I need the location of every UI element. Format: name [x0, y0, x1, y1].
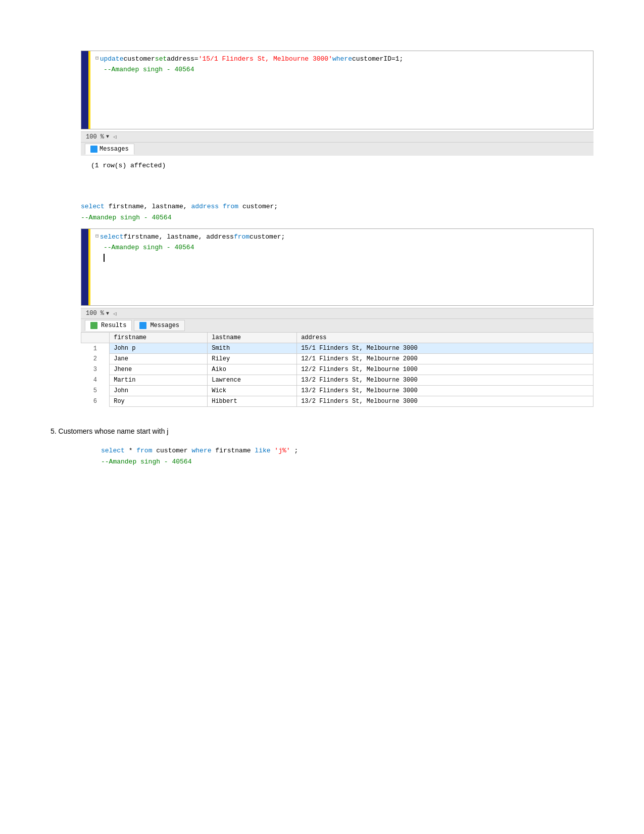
plain-text-4: customerID=1; — [352, 54, 403, 65]
cell-firstname: John p — [110, 343, 208, 354]
standalone-keyword-select: select — [81, 203, 105, 210]
table-row: 4MartinLawrence13/2 Flinders St, Melbour… — [81, 375, 593, 386]
editor-content-2: ⊟ select firstname, lastname, address fr… — [90, 229, 593, 306]
zoom-bar-2: 100 % ▼ ◁ Results Messages firstname — [81, 308, 593, 407]
tab-results-2[interactable]: Results — [85, 320, 132, 331]
comment-1: --Amandep singh - 40564 — [104, 65, 194, 75]
keyword-update: update — [100, 54, 124, 65]
editor-cursor-line — [95, 253, 588, 262]
standalone-keyword-address: address — [191, 203, 219, 210]
tab-results-label-2: Results — [101, 322, 126, 329]
cell-firstname: Jane — [110, 354, 208, 364]
cell-firstname: John — [110, 386, 208, 396]
standalone-plain-1: firstname, lastname, — [109, 203, 191, 210]
table-header-row: firstname lastname address — [81, 333, 593, 343]
col-header-num — [81, 333, 110, 343]
cell-lastname: Smith — [208, 343, 297, 354]
cell-firstname: Martin — [110, 375, 208, 386]
s3-plain-1: * — [129, 447, 137, 454]
s3-string-val: 'j%' — [274, 447, 290, 454]
cell-address: 13/2 Flinders St, Melbourne 3000 — [297, 386, 593, 396]
row-num-cell: 6 — [81, 396, 110, 407]
editor-keyword-from-2: from — [234, 232, 250, 243]
editor-comment-2: --Amandep singh - 40564 — [104, 243, 194, 253]
editor-keyword-select-2: select — [100, 232, 124, 243]
editor-plain-2a: firstname, lastname, address — [123, 232, 233, 243]
sql-standalone-2: select firstname, lastname, address from… — [81, 201, 593, 223]
results-area-2: firstname lastname address 1John pSmith1… — [81, 332, 593, 407]
s3-keyword-where: where — [191, 447, 211, 454]
editor-line-2: --Amandep singh - 40564 — [95, 65, 588, 75]
cell-firstname: Roy — [110, 396, 208, 407]
tab-messages-label-1: Messages — [100, 146, 129, 153]
tab-messages-label-2: Messages — [150, 322, 179, 329]
tabs-bar-1: Messages — [81, 142, 593, 156]
editor-panel-1: ⊟ update customer set address= '15/1 Fli… — [81, 51, 593, 129]
row-num-cell: 1 — [81, 343, 110, 354]
s3-plain-5: ; — [294, 447, 298, 454]
editor-line-2a: ⊟ select firstname, lastname, address fr… — [95, 232, 588, 243]
messages-icon-2 — [139, 322, 146, 329]
s3-keyword-select: select — [101, 447, 125, 454]
plain-text-1: customer — [123, 54, 155, 65]
cell-lastname: Wick — [208, 386, 297, 396]
cell-lastname: Lawrence — [208, 375, 297, 386]
zoom-dropdown-1[interactable]: ▼ — [106, 134, 109, 140]
keyword-where-1: where — [332, 54, 352, 65]
s3-keyword-from: from — [136, 447, 152, 454]
s3-plain-2: customer — [156, 447, 191, 454]
table-row: 5JohnWick13/2 Flinders St, Melbourne 300… — [81, 386, 593, 396]
editor-line-2b: --Amandep singh - 40564 — [95, 243, 588, 253]
s3-comment: --Amandep singh - 40564 — [101, 458, 191, 466]
editor-panel-2: ⊟ select firstname, lastname, address fr… — [81, 228, 593, 306]
table-row: 3JheneAiko12/2 Flinders St, Melbourne 10… — [81, 364, 593, 375]
messages-icon-1 — [90, 146, 97, 153]
s3-plain-3: firstname — [215, 447, 255, 454]
tabs-bar-2: Results Messages — [81, 318, 593, 332]
editor-plain-2b: customer; — [250, 232, 285, 243]
section-heading-5: 5. Customers whose name start with j — [51, 427, 624, 435]
message-text-1: (1 row(s) affected) — [91, 162, 166, 169]
cell-address: 13/2 Flinders St, Melbourne 3000 — [297, 396, 593, 407]
cell-lastname: Riley — [208, 354, 297, 364]
editor-line-1: ⊟ update customer set address= '15/1 Fli… — [95, 54, 588, 65]
message-area-1: (1 row(s) affected) — [81, 156, 593, 186]
dark-gutter-bar — [81, 51, 88, 129]
cell-address: 13/2 Flinders St, Melbourne 3000 — [297, 375, 593, 386]
standalone-keyword-from: from — [223, 203, 238, 210]
row-num-cell: 5 — [81, 386, 110, 396]
zoom-extra-1: ◁ — [113, 133, 117, 140]
standalone-comment-2: --Amandep singh - 40564 — [81, 214, 171, 221]
string-value-1: '15/1 Flinders St, Melbourne 3000' — [199, 54, 332, 65]
s3-keyword-like: like — [255, 447, 270, 454]
standalone-plain-3: customer; — [242, 203, 278, 210]
cell-firstname: Jhene — [110, 364, 208, 375]
cell-address: 12/1 Flinders St, Melbourne 2000 — [297, 354, 593, 364]
zoom-level-1: 100 % — [86, 133, 104, 141]
table-row: 2JaneRiley12/1 Flinders St, Melbourne 20… — [81, 354, 593, 364]
cell-lastname: Aiko — [208, 364, 297, 375]
row-num-cell: 2 — [81, 354, 110, 364]
zoom-bar-1: 100 % ▼ ◁ Messages (1 row(s) affected) — [81, 131, 593, 186]
zoom-level-2: 100 % — [86, 310, 104, 317]
cursor-indicator — [104, 254, 105, 262]
zoom-dropdown-2[interactable]: ▼ — [106, 311, 109, 316]
cell-address: 15/1 Flinders St, Melbourne 3000 — [297, 343, 593, 354]
results-table-2: firstname lastname address 1John pSmith1… — [81, 332, 593, 407]
cell-address: 12/2 Flinders St, Melbourne 1000 — [297, 364, 593, 375]
col-header-firstname: firstname — [110, 333, 208, 343]
cell-lastname: Hibbert — [208, 396, 297, 407]
results-icon-2 — [90, 322, 97, 329]
tab-messages-1[interactable]: Messages — [85, 144, 134, 155]
row-num-cell: 3 — [81, 364, 110, 375]
collapse-icon-2[interactable]: ⊟ — [95, 232, 99, 241]
row-num-cell: 4 — [81, 375, 110, 386]
col-header-address: address — [297, 333, 593, 343]
table-row: 1John pSmith15/1 Flinders St, Melbourne … — [81, 343, 593, 354]
tab-messages-2[interactable]: Messages — [134, 320, 185, 331]
collapse-icon-1[interactable]: ⊟ — [95, 54, 99, 63]
plain-text-2: address= — [167, 54, 198, 65]
zoom-extra-2: ◁ — [113, 310, 117, 317]
sql-standalone-3: select * from customer where firstname l… — [101, 445, 593, 468]
table-row: 6RoyHibbert13/2 Flinders St, Melbourne 3… — [81, 396, 593, 407]
